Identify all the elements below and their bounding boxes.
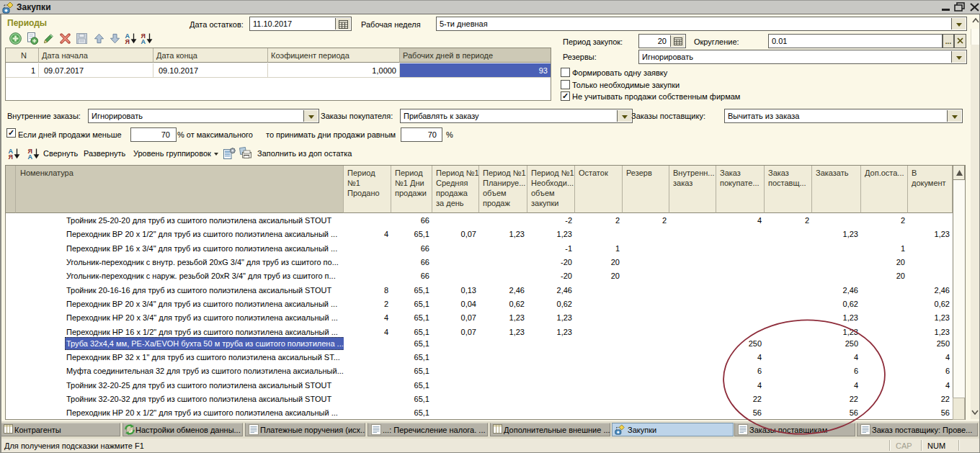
svg-text:Я: Я <box>125 38 130 45</box>
svg-text:А: А <box>141 38 146 45</box>
svg-text:А: А <box>28 153 33 160</box>
svg-text:Я: Я <box>9 153 13 160</box>
